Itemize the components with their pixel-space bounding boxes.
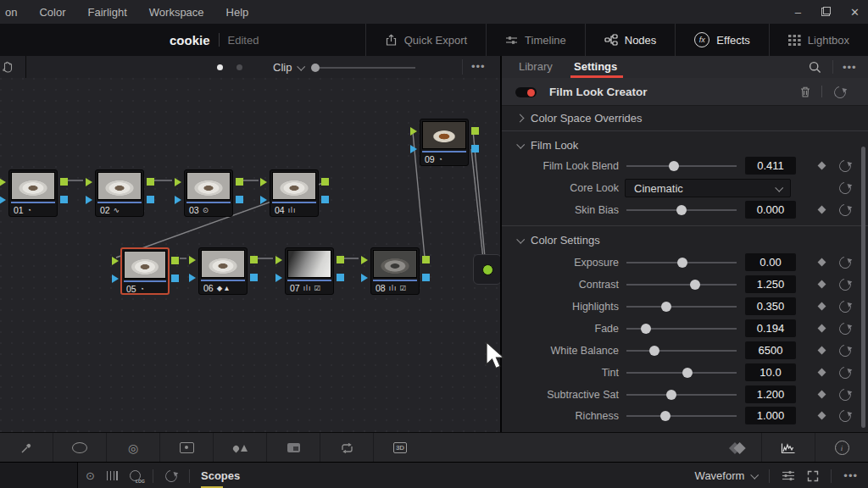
keyframe-diamond-icon[interactable] bbox=[818, 280, 826, 289]
reset-icon[interactable] bbox=[837, 364, 853, 380]
slider-knob[interactable] bbox=[666, 390, 676, 400]
highlights-slider[interactable] bbox=[626, 306, 737, 308]
subtractive-sat-slider[interactable] bbox=[626, 394, 737, 396]
tab-settings[interactable]: Settings bbox=[574, 56, 617, 77]
key-input-triangle[interactable] bbox=[260, 196, 267, 204]
expand-icon[interactable] bbox=[807, 470, 819, 482]
key-output-square[interactable] bbox=[321, 196, 329, 203]
rgb-input-triangle[interactable] bbox=[410, 127, 417, 136]
fade-slider[interactable] bbox=[626, 328, 737, 330]
minimize-button[interactable]: – bbox=[795, 6, 801, 19]
reset-icon[interactable] bbox=[837, 408, 853, 424]
key-button[interactable] bbox=[267, 433, 320, 463]
plugin-reset-icon[interactable] bbox=[832, 84, 848, 100]
keyframe-diamond-icon[interactable] bbox=[818, 206, 826, 214]
close-button[interactable]: ✕ bbox=[850, 6, 860, 19]
rgb-output-square[interactable] bbox=[337, 256, 344, 263]
log-view-icon[interactable]: LOG bbox=[130, 470, 141, 481]
keyframes-button[interactable] bbox=[709, 433, 761, 463]
setting-value[interactable]: 0.00 bbox=[745, 253, 796, 271]
setting-value[interactable]: 0.000 bbox=[745, 201, 796, 219]
node-03[interactable]: 03⊙ bbox=[184, 169, 233, 217]
scope-settings-sliders-icon[interactable] bbox=[782, 470, 795, 481]
slider-knob[interactable] bbox=[690, 280, 700, 290]
exposure-slider[interactable] bbox=[626, 262, 737, 263]
maximize-button[interactable] bbox=[821, 8, 830, 16]
rgb-input-triangle[interactable] bbox=[175, 178, 181, 186]
keyframe-diamond-icon[interactable] bbox=[818, 324, 826, 333]
slider-knob[interactable] bbox=[676, 205, 687, 215]
menu-item-color[interactable]: Color bbox=[39, 6, 65, 19]
tracker-button[interactable]: ◎ bbox=[107, 433, 160, 463]
quick-export-button[interactable]: Quick Export bbox=[365, 24, 486, 56]
node-02[interactable]: 02∿ bbox=[95, 169, 144, 217]
menu-item-workspace[interactable]: Workspace bbox=[149, 6, 204, 19]
setting-value[interactable]: 6500 bbox=[745, 341, 796, 359]
trash-icon[interactable] bbox=[800, 86, 810, 97]
setting-value[interactable]: 0.350 bbox=[745, 297, 796, 315]
white-balance-slider[interactable] bbox=[626, 350, 737, 352]
key-input-triangle[interactable] bbox=[86, 196, 92, 204]
scope-options-menu[interactable]: ••• bbox=[843, 469, 858, 482]
gallery-dot-active[interactable] bbox=[217, 64, 223, 70]
key-input-triangle[interactable] bbox=[175, 196, 181, 204]
effects-button[interactable]: fx Effects bbox=[675, 24, 769, 56]
hand-icon[interactable] bbox=[2, 61, 14, 74]
rgb-input-triangle[interactable] bbox=[260, 178, 267, 186]
rgb-output-square[interactable] bbox=[471, 127, 479, 135]
slider-knob[interactable] bbox=[649, 346, 659, 356]
rgb-output-square[interactable] bbox=[171, 257, 179, 264]
magic-mask-button[interactable] bbox=[160, 433, 214, 463]
rgb-input-triangle[interactable] bbox=[189, 256, 196, 264]
node-zoom-slider[interactable] bbox=[312, 67, 415, 69]
stereo-3d-button[interactable]: 3D bbox=[374, 433, 426, 463]
reset-icon[interactable] bbox=[163, 468, 179, 484]
reset-icon[interactable] bbox=[837, 386, 853, 402]
rgb-output-square[interactable] bbox=[236, 178, 243, 186]
setting-value[interactable]: 0.194 bbox=[745, 319, 796, 337]
node-06[interactable]: 06◆▲ bbox=[198, 247, 248, 295]
search-icon[interactable] bbox=[809, 61, 821, 74]
key-output-square[interactable] bbox=[250, 274, 258, 281]
key-output-square[interactable] bbox=[236, 196, 243, 203]
settings-scrollbar[interactable] bbox=[861, 147, 865, 428]
richness-slider[interactable] bbox=[626, 415, 737, 417]
key-input-triangle[interactable] bbox=[410, 145, 417, 153]
contrast-slider[interactable] bbox=[626, 284, 737, 286]
lightbox-button[interactable]: Lightbox bbox=[769, 24, 868, 56]
menu-item-fairlight[interactable]: Fairlight bbox=[88, 6, 127, 19]
tab-library[interactable]: Library bbox=[519, 56, 553, 77]
key-input-triangle[interactable] bbox=[112, 274, 119, 283]
slider-knob[interactable] bbox=[682, 368, 693, 378]
settings-options-menu[interactable]: ••• bbox=[843, 61, 857, 74]
menu-item-help[interactable]: Help bbox=[226, 6, 249, 19]
key-input-triangle[interactable] bbox=[0, 196, 6, 204]
key-output-square[interactable] bbox=[471, 145, 479, 152]
rgb-input-triangle[interactable] bbox=[275, 256, 282, 264]
section-color-space-overrides[interactable]: Color Space Overrides bbox=[502, 108, 868, 127]
nodes-button[interactable]: Nodes bbox=[585, 24, 676, 56]
menu-item-fusion-partial[interactable]: on bbox=[5, 6, 17, 19]
setting-value[interactable]: 1.250 bbox=[745, 275, 796, 293]
reset-icon[interactable] bbox=[837, 202, 853, 218]
reset-icon[interactable] bbox=[837, 320, 853, 336]
section-color-settings[interactable]: Color Settings bbox=[502, 230, 868, 249]
key-output-square[interactable] bbox=[422, 274, 430, 281]
keyframe-diamond-icon[interactable] bbox=[818, 302, 826, 311]
node-09[interactable]: 09◔ bbox=[420, 119, 469, 166]
key-output-square[interactable] bbox=[147, 196, 154, 203]
rgb-input-triangle[interactable] bbox=[361, 256, 368, 264]
scopes-button[interactable] bbox=[761, 433, 815, 463]
rgb-input-triangle[interactable] bbox=[86, 178, 92, 186]
node-07[interactable]: 07ılı ☑ bbox=[285, 247, 334, 295]
setting-value[interactable]: 1.200 bbox=[745, 385, 796, 403]
reset-icon[interactable] bbox=[837, 158, 853, 174]
node-tree-output[interactable] bbox=[473, 254, 500, 285]
qualifier-button[interactable] bbox=[0, 433, 53, 463]
node-08[interactable]: 08ılı ☑ bbox=[370, 247, 420, 295]
key-input-triangle[interactable] bbox=[275, 274, 282, 282]
slider-knob[interactable] bbox=[660, 411, 670, 421]
reset-icon[interactable] bbox=[837, 298, 853, 314]
timecode-circle-icon[interactable]: ⊙ bbox=[86, 469, 95, 482]
plugin-enable-toggle[interactable] bbox=[515, 87, 537, 97]
